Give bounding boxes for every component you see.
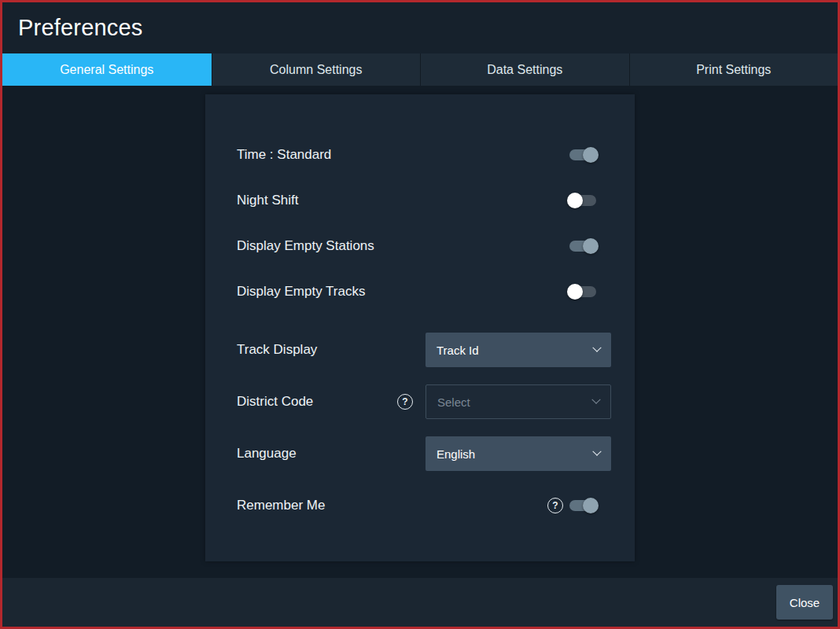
display-empty-tracks-toggle[interactable] [569,286,596,297]
setting-row-district-code: District Code ? Select [237,384,611,419]
language-select[interactable]: English [426,436,611,471]
chevron-down-icon [592,447,601,456]
setting-row-night-shift: Night Shift [237,183,611,218]
setting-label: Remember Me [237,498,547,513]
track-display-select[interactable]: Track Id [426,333,611,367]
help-icon[interactable]: ? [547,498,563,513]
setting-row-display-empty-stations: Display Empty Stations [237,229,611,263]
footer-bar: Close [2,578,838,627]
setting-label: Display Empty Tracks [237,284,569,300]
setting-label: Language [237,446,426,462]
setting-label: District Code [237,394,397,410]
setting-row-time-standard: Time : Standard [237,138,611,172]
select-value: Select [437,395,593,409]
setting-row-track-display: Track Display Track Id [237,333,611,367]
tab-column-settings[interactable]: Column Settings [212,53,421,86]
setting-label: Track Display [237,342,426,358]
titlebar: Preferences [2,2,838,53]
select-value: Track Id [437,344,594,357]
setting-row-language: Language English [237,436,611,471]
night-shift-toggle[interactable] [569,195,596,206]
toggle-knob [583,238,599,254]
tab-general-settings[interactable]: General Settings [2,53,212,86]
help-icon[interactable]: ? [397,394,413,410]
content-area: Time : Standard Night Shift Display Empt… [2,86,838,578]
tab-bar: General Settings Column Settings Data Se… [2,53,838,86]
chevron-down-icon [592,344,601,352]
setting-label: Display Empty Stations [237,238,569,254]
district-code-select[interactable]: Select [426,384,611,419]
tab-data-settings[interactable]: Data Settings [420,53,629,86]
setting-label: Night Shift [237,193,569,208]
toggle-knob [567,284,583,300]
time-standard-toggle[interactable] [569,149,596,160]
setting-row-remember-me: Remember Me ? [237,488,611,523]
close-button[interactable]: Close [776,585,833,620]
toggle-knob [583,498,599,513]
setting-label: Time : Standard [237,147,569,163]
settings-panel: Time : Standard Night Shift Display Empt… [205,94,635,561]
chevron-down-icon [591,395,600,404]
display-empty-stations-toggle[interactable] [569,241,596,252]
preferences-window: Preferences General Settings Column Sett… [0,0,840,629]
select-value: English [437,447,594,461]
tab-print-settings[interactable]: Print Settings [629,53,838,86]
setting-row-display-empty-tracks: Display Empty Tracks [237,274,611,309]
remember-me-toggle[interactable] [569,500,596,511]
toggle-knob [567,193,583,208]
page-title: Preferences [18,15,143,41]
toggle-knob [583,147,599,163]
